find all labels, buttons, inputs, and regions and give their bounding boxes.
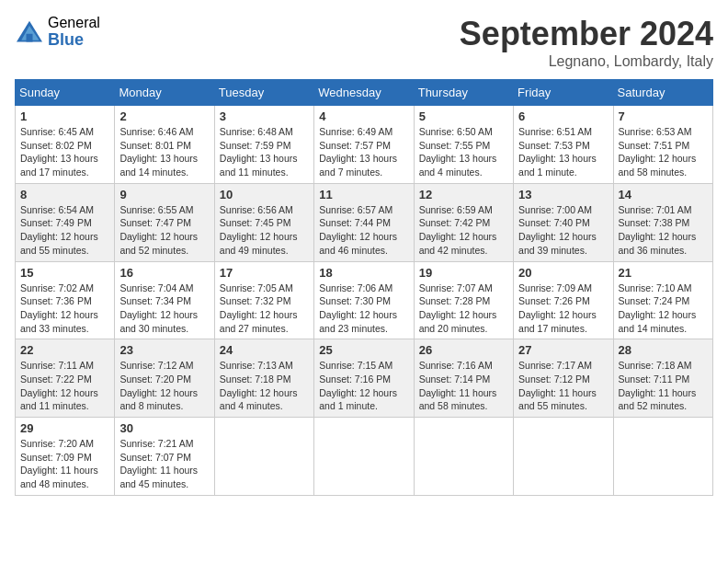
sunset: Sunset: 7:57 PM: [319, 140, 391, 151]
table-row: 10 Sunrise: 6:56 AM Sunset: 7:45 PM Dayl…: [214, 183, 313, 261]
daylight: Daylight: 13 hours and 4 minutes.: [419, 153, 497, 178]
calendar-table: Sunday Monday Tuesday Wednesday Thursday…: [15, 79, 713, 496]
col-tuesday: Tuesday: [214, 80, 313, 106]
daylight: Daylight: 13 hours and 11 minutes.: [220, 153, 298, 178]
table-row: 18 Sunrise: 7:06 AM Sunset: 7:30 PM Dayl…: [314, 261, 414, 339]
sunrise: Sunrise: 6:53 AM: [619, 126, 692, 137]
sunrise: Sunrise: 6:48 AM: [220, 126, 293, 137]
table-row: 16 Sunrise: 7:04 AM Sunset: 7:34 PM Dayl…: [115, 261, 214, 339]
table-row: 20 Sunrise: 7:09 AM Sunset: 7:26 PM Dayl…: [514, 261, 613, 339]
sunset: Sunset: 8:02 PM: [20, 140, 92, 151]
week-row-2: 8 Sunrise: 6:54 AM Sunset: 7:49 PM Dayli…: [16, 183, 713, 261]
table-row: 19 Sunrise: 7:07 AM Sunset: 7:28 PM Dayl…: [414, 261, 513, 339]
col-friday: Friday: [514, 80, 613, 106]
table-row: 23 Sunrise: 7:12 AM Sunset: 7:20 PM Dayl…: [115, 339, 214, 418]
sunset: Sunset: 7:59 PM: [220, 140, 291, 151]
sunrise: Sunrise: 6:50 AM: [419, 126, 493, 137]
col-thursday: Thursday: [414, 80, 513, 106]
table-row: 1 Sunrise: 6:45 AM Sunset: 8:02 PM Dayli…: [16, 106, 115, 184]
table-row: 9 Sunrise: 6:55 AM Sunset: 7:47 PM Dayli…: [115, 183, 214, 261]
table-row-empty: [314, 418, 414, 496]
sunset: Sunset: 7:55 PM: [419, 140, 491, 151]
sunrise: Sunrise: 6:49 AM: [319, 126, 392, 137]
col-sunday: Sunday: [16, 80, 115, 106]
table-row-empty: [613, 418, 712, 496]
table-row: 14 Sunrise: 7:01 AM Sunset: 7:38 PM Dayl…: [613, 183, 712, 261]
month-title: September 2024: [460, 15, 713, 53]
table-row: 29 Sunrise: 7:20 AM Sunset: 7:09 PM Dayl…: [16, 418, 115, 496]
table-row: 12 Sunrise: 6:59 AM Sunset: 7:42 PM Dayl…: [414, 183, 513, 261]
week-row-1: 1 Sunrise: 6:45 AM Sunset: 8:02 PM Dayli…: [16, 106, 713, 184]
col-monday: Monday: [115, 80, 214, 106]
svg-rect-2: [27, 33, 33, 41]
location: Legnano, Lombardy, Italy: [460, 53, 713, 70]
logo-blue: Blue: [48, 31, 100, 50]
logo: General Blue: [15, 15, 100, 49]
daylight: Daylight: 13 hours and 17 minutes.: [20, 153, 98, 178]
table-row: 28 Sunrise: 7:18 AM Sunset: 7:11 PM Dayl…: [613, 339, 712, 418]
sunrise: Sunrise: 6:46 AM: [119, 126, 193, 137]
col-wednesday: Wednesday: [314, 80, 414, 106]
week-row-3: 15 Sunrise: 7:02 AM Sunset: 7:36 PM Dayl…: [16, 261, 713, 339]
sunset: Sunset: 7:51 PM: [619, 140, 690, 151]
table-row: 17 Sunrise: 7:05 AM Sunset: 7:32 PM Dayl…: [214, 261, 313, 339]
table-row: 21 Sunrise: 7:10 AM Sunset: 7:24 PM Dayl…: [613, 261, 712, 339]
daylight: Daylight: 13 hours and 7 minutes.: [319, 153, 397, 178]
table-row: 25 Sunrise: 7:15 AM Sunset: 7:16 PM Dayl…: [314, 339, 414, 418]
logo-text: General Blue: [48, 15, 100, 49]
week-row-4: 22 Sunrise: 7:11 AM Sunset: 7:22 PM Dayl…: [16, 339, 713, 418]
table-row: 24 Sunrise: 7:13 AM Sunset: 7:18 PM Dayl…: [214, 339, 313, 418]
sunset: Sunset: 7:53 PM: [518, 140, 590, 151]
week-row-5: 29 Sunrise: 7:20 AM Sunset: 7:09 PM Dayl…: [16, 418, 713, 496]
logo-icon: [15, 19, 44, 45]
col-saturday: Saturday: [613, 80, 712, 106]
table-row: 3 Sunrise: 6:48 AM Sunset: 7:59 PM Dayli…: [214, 106, 313, 184]
daylight: Daylight: 13 hours and 1 minute.: [518, 153, 597, 178]
table-row: 26 Sunrise: 7:16 AM Sunset: 7:14 PM Dayl…: [414, 339, 513, 418]
sunrise: Sunrise: 6:45 AM: [20, 126, 94, 137]
table-row-empty: [514, 418, 613, 496]
title-area: September 2024 Legnano, Lombardy, Italy: [460, 15, 713, 70]
daylight: Daylight: 12 hours and 58 minutes.: [619, 153, 697, 178]
table-row: 11 Sunrise: 6:57 AM Sunset: 7:44 PM Dayl…: [314, 183, 414, 261]
calendar-header-row: Sunday Monday Tuesday Wednesday Thursday…: [16, 80, 713, 106]
table-row: 2 Sunrise: 6:46 AM Sunset: 8:01 PM Dayli…: [115, 106, 214, 184]
daylight: Daylight: 13 hours and 14 minutes.: [119, 153, 198, 178]
table-row: 22 Sunrise: 7:11 AM Sunset: 7:22 PM Dayl…: [16, 339, 115, 418]
table-row: 5 Sunrise: 6:50 AM Sunset: 7:55 PM Dayli…: [414, 106, 513, 184]
table-row: 30 Sunrise: 7:21 AM Sunset: 7:07 PM Dayl…: [115, 418, 214, 496]
table-row: 15 Sunrise: 7:02 AM Sunset: 7:36 PM Dayl…: [16, 261, 115, 339]
page-header: General Blue September 2024 Legnano, Lom…: [15, 15, 713, 70]
table-row-empty: [214, 418, 313, 496]
table-row: 4 Sunrise: 6:49 AM Sunset: 7:57 PM Dayli…: [314, 106, 414, 184]
sunset: Sunset: 8:01 PM: [119, 140, 191, 151]
table-row-empty: [414, 418, 513, 496]
table-row: 13 Sunrise: 7:00 AM Sunset: 7:40 PM Dayl…: [514, 183, 613, 261]
logo-general: General: [48, 15, 100, 31]
sunrise: Sunrise: 6:51 AM: [518, 126, 592, 137]
table-row: 6 Sunrise: 6:51 AM Sunset: 7:53 PM Dayli…: [514, 106, 613, 184]
table-row: 7 Sunrise: 6:53 AM Sunset: 7:51 PM Dayli…: [613, 106, 712, 184]
table-row: 27 Sunrise: 7:17 AM Sunset: 7:12 PM Dayl…: [514, 339, 613, 418]
table-row: 8 Sunrise: 6:54 AM Sunset: 7:49 PM Dayli…: [16, 183, 115, 261]
